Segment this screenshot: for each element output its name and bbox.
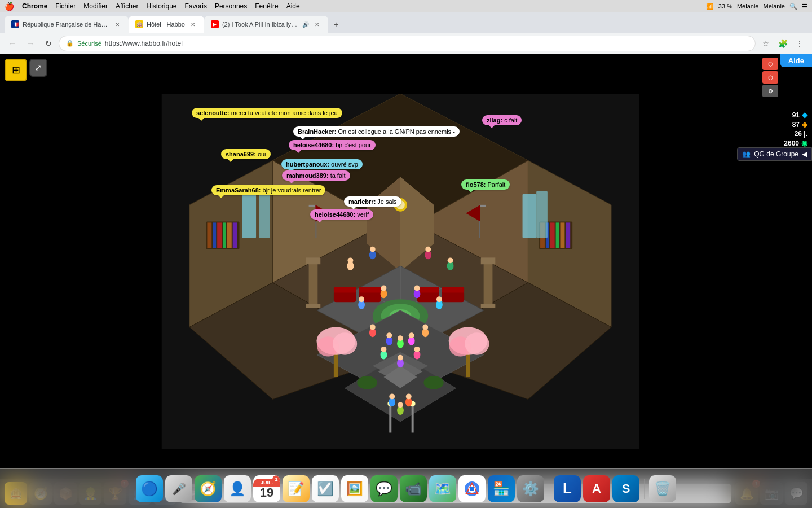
dock-reminders[interactable]: ☑️	[312, 475, 339, 502]
tab-republique[interactable]: 🇫🇷 République Française de Hab... ✕	[5, 16, 129, 33]
dock-contacts[interactable]: 👤	[224, 475, 251, 502]
group-panel[interactable]: 👥 QG de Groupe ◀	[737, 147, 812, 161]
stats-panel: 91 ◆ 87 ◈ 26 j. 2600 ◉	[784, 111, 807, 147]
dock-facetime[interactable]: 📹	[400, 475, 427, 502]
dock-safari[interactable]: 🧭	[195, 475, 222, 502]
svg-rect-23	[242, 194, 256, 238]
chat-zilag: zilag: c fait	[482, 115, 522, 125]
svg-rect-12	[217, 222, 222, 248]
toggle-ui-button[interactable]: ⊞	[5, 59, 27, 81]
dock-finder[interactable]: 🔵	[136, 475, 163, 502]
points-value: 2600	[784, 139, 799, 147]
tab-youtube[interactable]: ▶ (2) I Took A Pill In Ibiza lyri... 🔊 ✕	[204, 16, 328, 33]
svg-point-99	[398, 335, 403, 341]
dock-trash[interactable]: 🗑️	[649, 475, 676, 502]
new-tab-button[interactable]: +	[328, 17, 344, 33]
menu-favoris[interactable]: Favoris	[185, 2, 207, 10]
chat-emmasarah68: EmmaSarah68: bjr je voudrais rentrer	[211, 185, 325, 195]
svg-rect-21	[561, 222, 565, 248]
svg-rect-45	[417, 287, 439, 293]
chat-text: Je sais	[377, 198, 396, 205]
app-name[interactable]: Chrome	[22, 2, 47, 10]
menu-aide[interactable]: Aide	[286, 2, 300, 10]
svg-rect-13	[223, 222, 226, 248]
dock-messages[interactable]: 💬	[370, 475, 398, 502]
tab2-close[interactable]: ✕	[188, 20, 197, 29]
dock-chrome[interactable]	[458, 475, 486, 502]
dock-skype[interactable]: S	[612, 475, 639, 502]
svg-rect-56	[481, 257, 496, 264]
datetime: Melanie	[737, 3, 759, 10]
dock-acrobat[interactable]: A	[583, 475, 610, 502]
battery-text: 33 %	[718, 3, 732, 10]
menu-icon[interactable]: ⋮	[792, 36, 807, 51]
tab-habbo[interactable]: 🏨 Hôtel - Habbo ✕	[129, 16, 204, 33]
menu-personnes[interactable]: Personnes	[215, 2, 247, 10]
tab2-favicon: 🏨	[135, 20, 143, 28]
dock-photos[interactable]: 🖼️	[341, 475, 368, 502]
fullscreen-button[interactable]: ⤢	[29, 59, 47, 77]
tab3-favicon: ▶	[211, 20, 219, 28]
action-btn-1[interactable]: ⬡	[762, 58, 778, 70]
svg-rect-26	[536, 191, 548, 238]
reload-button[interactable]: ↻	[41, 36, 56, 51]
dock-settings[interactable]: ⚙️	[517, 475, 544, 502]
svg-point-103	[422, 325, 428, 330]
back-button[interactable]: ←	[5, 36, 20, 51]
dock-maps[interactable]: 🗺️	[429, 475, 456, 502]
svg-rect-54	[306, 304, 321, 308]
days-value: 26 j.	[795, 130, 807, 138]
svg-point-83	[425, 247, 431, 252]
chat-user: heloise44680:	[293, 142, 336, 148]
dock-lingo[interactable]: L	[554, 475, 581, 502]
bookmark-icon[interactable]: ☆	[758, 36, 774, 51]
diamond-stat: 91 ◆	[784, 111, 807, 119]
menu-afficher[interactable]: Afficher	[116, 2, 138, 10]
svg-rect-11	[213, 222, 216, 248]
chat-text: c fait	[504, 117, 517, 124]
dock-calendar[interactable]: JUIL. 19 1	[253, 475, 280, 502]
tab3-close[interactable]: ✕	[312, 20, 321, 29]
svg-rect-46	[442, 287, 464, 293]
diamond-icon: ◆	[802, 111, 807, 119]
dock-notes[interactable]: 📝	[283, 475, 310, 502]
chat-heloise1: heloise44680: bjr c'est pour	[289, 140, 376, 150]
svg-rect-20	[556, 222, 559, 248]
menu-fenetre[interactable]: Fenêtre	[255, 2, 278, 10]
chat-brainhacker: BrainHacker: On est collegue a la GN/PN …	[293, 126, 460, 137]
svg-rect-74	[389, 405, 391, 432]
menubar-left: 🍎 Chrome Fichier Modifier Afficher Histo…	[5, 2, 300, 11]
macos-dock: 🔵 🎤 🧭 👤 JUIL. 19 1 📝 ☑️ 🖼️ 💬 📹 🗺️ 🏪 ⚙️ L…	[0, 468, 812, 508]
action-btn-2[interactable]: ⬡	[762, 71, 778, 84]
browser-window: 🇫🇷 République Française de Hab... ✕ 🏨 Hô…	[0, 12, 812, 508]
apple-menu[interactable]: 🍎	[5, 2, 14, 11]
svg-point-107	[398, 355, 403, 361]
svg-rect-75	[412, 405, 414, 432]
chat-user: flo578:	[466, 181, 488, 188]
help-button[interactable]: Aide	[780, 54, 812, 67]
chat-user: shana699:	[226, 151, 258, 157]
forward-button[interactable]: →	[23, 36, 38, 51]
dock-separator-2	[644, 479, 645, 499]
svg-rect-55	[484, 260, 493, 305]
extension-icon[interactable]: 🧩	[775, 36, 791, 51]
chat-selenoutte: selenoutte: merci tu veut ete mon amie d…	[192, 108, 342, 118]
menu-fichier[interactable]: Fichier	[55, 2, 76, 10]
svg-point-101	[409, 332, 414, 338]
dock-siri[interactable]: 🎤	[165, 475, 192, 502]
menubar: 🍎 Chrome Fichier Modifier Afficher Histo…	[0, 0, 812, 12]
menu-extras[interactable]: ☰	[802, 3, 807, 10]
menu-historique[interactable]: Historique	[147, 2, 177, 10]
search-icon[interactable]: 🔍	[789, 3, 797, 10]
svg-point-79	[347, 257, 353, 263]
tab1-close[interactable]: ✕	[113, 20, 122, 29]
url-text: https://www.habbo.fr/hotel	[105, 40, 748, 47]
url-bar[interactable]: 🔒 Sécurisé https://www.habbo.fr/hotel	[59, 36, 756, 51]
address-bar: ← → ↻ 🔒 Sécurisé https://www.habbo.fr/ho…	[0, 33, 812, 54]
action-btn-3[interactable]: ⚙	[762, 85, 778, 97]
dock-appstore[interactable]: 🏪	[488, 475, 515, 502]
menu-modifier[interactable]: Modifier	[83, 2, 108, 10]
chat-user: selenoutte:	[196, 110, 231, 116]
svg-rect-24	[259, 191, 270, 238]
svg-point-119	[470, 487, 474, 491]
